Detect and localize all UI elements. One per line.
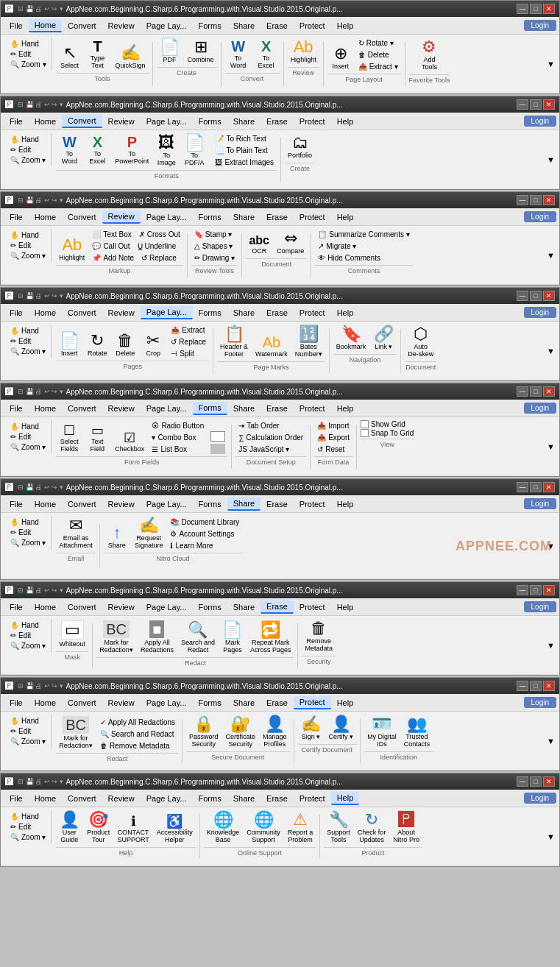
scroll-arrow-9[interactable]: ▼ [547,832,555,841]
remove-metadata-btn[interactable]: 🗑 RemoveMetadata [302,619,336,654]
m2-home[interactable]: Home [29,116,62,127]
m5-file[interactable]: File [4,403,29,414]
m3-protect[interactable]: Protect [294,211,331,223]
login-btn-4[interactable]: Login [524,307,556,318]
repeat-mark-btn[interactable]: 🔁 Repeat MarkAcross Pages [247,620,294,656]
m6-help[interactable]: Help [331,498,360,510]
m9-protect[interactable]: Protect [294,793,331,804]
to-pdfa-button[interactable]: 📄 ToPDF/A [181,133,208,169]
m2-erase[interactable]: Erase [260,116,294,127]
highlight-button[interactable]: Ab Highlight [288,38,319,65]
scroll-arrow-8[interactable]: ▼ [547,737,555,745]
hide-comments-btn[interactable]: 👁 Hide Comments [315,252,412,263]
m3-share[interactable]: Share [227,211,260,223]
crossout-btn[interactable]: ✗ Cross Out [136,229,183,240]
search-redact-btn[interactable]: 🔍 Search andRedact [178,620,218,656]
m3-home[interactable]: Home [29,211,62,223]
user-guide-btn[interactable]: 👤 UserGuide [56,810,82,846]
m7-forms[interactable]: Forms [193,601,227,613]
m4-help[interactable]: Help [331,307,360,319]
combine-button[interactable]: ⊞ Combine [185,38,217,65]
m3-help[interactable]: Help [331,211,360,223]
m7-convert[interactable]: Convert [62,601,102,613]
m3-file[interactable]: File [4,211,29,223]
m9-help[interactable]: Help [331,792,360,805]
javascript-btn[interactable]: JS JavaScript ▾ [235,444,306,455]
auto-deskew-btn[interactable]: ⬡ AutoDe-skew [405,325,436,360]
max-btn-8[interactable]: □ [530,681,542,691]
m6-review[interactable]: Review [102,498,141,510]
m8-forms[interactable]: Forms [193,697,227,709]
m5-convert[interactable]: Convert [62,403,102,414]
show-grid-checkbox[interactable] [361,420,369,428]
login-btn-2[interactable]: Login [524,116,556,127]
to-ppt-button[interactable]: P ToPowerPoint [112,133,152,167]
watermark-btn[interactable]: Ab Watermark [252,333,291,360]
delete-button[interactable]: 🗑 Delete [355,49,401,60]
min-btn-3[interactable]: — [517,195,528,205]
m5-pagelayout[interactable]: Page Lay... [141,403,193,414]
snap-grid-checkbox[interactable] [361,429,369,437]
whiteout-btn[interactable]: ▭ Whiteout [56,619,88,650]
zoom-tool-6[interactable]: 🔍 Zoom ▾ [8,538,48,548]
split-btn[interactable]: ⊣ Split [168,348,209,359]
extract-page-btn[interactable]: 📤 Extract [168,325,209,336]
m2-convert[interactable]: Convert [62,115,102,128]
extract-images-btn[interactable]: 🖼 Extract Images [212,157,277,168]
login-btn-8[interactable]: Login [524,697,556,708]
m6-convert[interactable]: Convert [62,498,102,510]
m8-erase[interactable]: Erase [260,697,294,709]
zoom-tool-3[interactable]: 🔍 Zoom ▾ [8,251,48,261]
m2-share[interactable]: Share [227,116,260,127]
m6-pagelayout[interactable]: Page Lay... [141,498,193,510]
max-btn-5[interactable]: □ [530,386,542,397]
m4-pagelayout[interactable]: Page Lay... [141,306,193,319]
login-btn-9[interactable]: Login [524,793,556,804]
m6-file[interactable]: File [4,498,29,510]
m5-protect[interactable]: Protect [294,403,331,414]
learn-more-btn[interactable]: ℹ Learn More [167,540,242,551]
min-btn-9[interactable]: — [517,776,528,787]
radio-btn[interactable]: ⦿ Radio Button [149,420,207,431]
zoom-tool-2[interactable]: 🔍 Zoom ▾ [8,155,48,165]
m8-share[interactable]: Share [227,697,260,709]
contact-support-btn[interactable]: ℹ CONTACTSUPPORT [114,813,152,846]
add-tools-button[interactable]: ⚙ AddTools [413,38,445,73]
m9-pagelayout[interactable]: Page Lay... [141,793,193,804]
to-image-button[interactable]: 🖼 ToImage [153,133,180,169]
m8-file[interactable]: File [4,697,29,709]
callout-btn[interactable]: 💬 Call Out [89,241,132,252]
menu-forms[interactable]: Forms [193,20,227,32]
insert-page-btn[interactable]: 📄 Insert [56,331,82,359]
knowledge-base-btn[interactable]: 🌐 KnowledgeBase [204,810,243,846]
min-btn-2[interactable]: — [517,99,528,110]
highlight-btn-3[interactable]: Ab Highlight [56,235,88,263]
scroll-arrow-3[interactable]: ▼ [547,251,555,260]
m8-home[interactable]: Home [29,697,62,709]
mark-pages-btn[interactable]: 📄 MarkPages [219,620,246,656]
m3-pagelayout[interactable]: Page Lay... [141,211,193,223]
scroll-arrow-2[interactable]: ▼ [547,155,555,164]
cert-security-btn[interactable]: 🔐 CertificateSecurity [223,715,259,750]
type-text-button[interactable]: T TypeText [85,38,111,71]
zoom-tool-5[interactable]: 🔍 Zoom ▾ [8,442,48,452]
extract-button[interactable]: 📤 Extract ▾ [355,61,401,72]
m2-review[interactable]: Review [102,116,141,127]
check-updates-btn[interactable]: ↻ Check forUpdates [355,810,389,846]
min-btn-4[interactable]: — [517,291,528,301]
m2-protect[interactable]: Protect [294,116,331,127]
min-btn-6[interactable]: — [517,482,528,492]
m4-home[interactable]: Home [29,307,62,319]
stamp-btn[interactable]: 🔖 Stamp ▾ [191,229,235,240]
doc-library-btn[interactable]: 📚 Document Library [167,517,242,528]
ocr-button[interactable]: abc OCR [246,233,272,257]
trusted-contacts-btn[interactable]: 👥 TrustedContacts [401,715,433,750]
m2-forms[interactable]: Forms [193,116,227,127]
share-btn[interactable]: ↑ Share [104,523,130,551]
to-excel-button[interactable]: X ToExcel [253,38,280,71]
m7-help[interactable]: Help [331,601,360,613]
m3-review[interactable]: Review [102,210,141,224]
m8-pagelayout[interactable]: Page Lay... [141,697,193,709]
min-btn-5[interactable]: — [517,386,528,397]
m9-review[interactable]: Review [102,793,141,804]
